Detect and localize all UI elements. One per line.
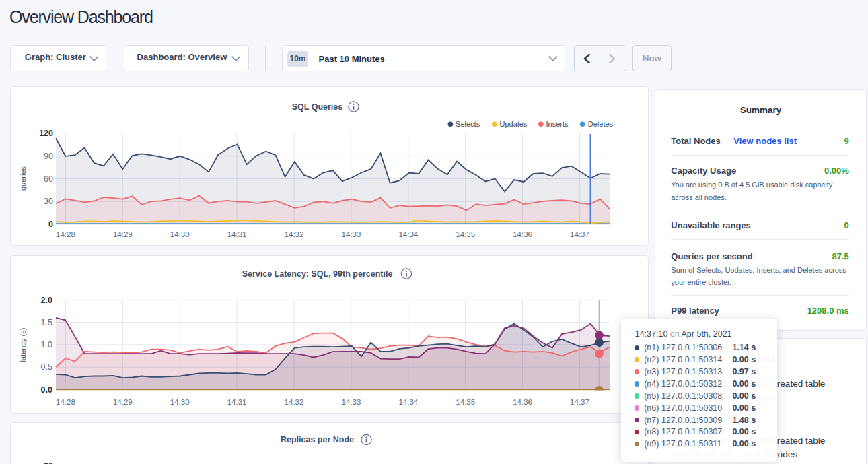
svg-text:latency (s): latency (s): [19, 328, 27, 362]
svg-text:14:36: 14:36: [513, 230, 532, 238]
svg-text:Deletes: Deletes: [588, 120, 614, 128]
svg-text:30: 30: [44, 197, 53, 206]
svg-text:14:34: 14:34: [398, 398, 418, 406]
svg-text:SQL Queries: SQL Queries: [292, 102, 343, 112]
svg-text:Updates: Updates: [500, 120, 528, 128]
svg-text:Replicas per Node: Replicas per Node: [281, 435, 354, 444]
svg-text:0.0: 0.0: [41, 385, 52, 395]
svg-text:0.5: 0.5: [41, 362, 52, 372]
svg-text:14:37: 14:37: [570, 230, 589, 238]
svg-text:14:31: 14:31: [227, 398, 247, 406]
svg-text:14:29: 14:29: [113, 230, 133, 238]
svg-text:1.5: 1.5: [41, 318, 52, 327]
svg-text:Selects: Selects: [456, 120, 480, 128]
svg-text:14:30: 14:30: [170, 230, 190, 238]
svg-text:14:33: 14:33: [342, 398, 361, 406]
svg-text:90: 90: [44, 152, 53, 161]
svg-text:14:34: 14:34: [398, 230, 418, 238]
svg-text:14:28: 14:28: [56, 398, 75, 406]
svg-text:30: 30: [44, 461, 53, 464]
svg-text:14:31: 14:31: [227, 230, 247, 238]
svg-text:14:36: 14:36: [513, 398, 532, 406]
svg-text:1.0: 1.0: [41, 340, 52, 350]
svg-text:14:32: 14:32: [285, 398, 304, 406]
svg-text:14:32: 14:32: [285, 230, 304, 238]
svg-text:14:29: 14:29: [113, 398, 133, 406]
svg-text:60: 60: [44, 174, 53, 184]
svg-text:2.0: 2.0: [41, 296, 52, 305]
svg-text:Inserts: Inserts: [546, 120, 569, 128]
svg-text:14:35: 14:35: [456, 398, 475, 406]
svg-text:14:33: 14:33: [342, 230, 361, 238]
svg-text:120: 120: [39, 129, 53, 138]
svg-text:14:28: 14:28: [56, 230, 75, 238]
svg-text:Service Latency: SQL, 99th per: Service Latency: SQL, 99th percentile: [242, 269, 393, 279]
svg-text:14:35: 14:35: [456, 230, 475, 238]
svg-text:0: 0: [48, 220, 53, 229]
svg-text:14:30: 14:30: [170, 398, 190, 406]
svg-text:queries: queries: [19, 166, 27, 191]
svg-text:14:37: 14:37: [570, 398, 589, 406]
